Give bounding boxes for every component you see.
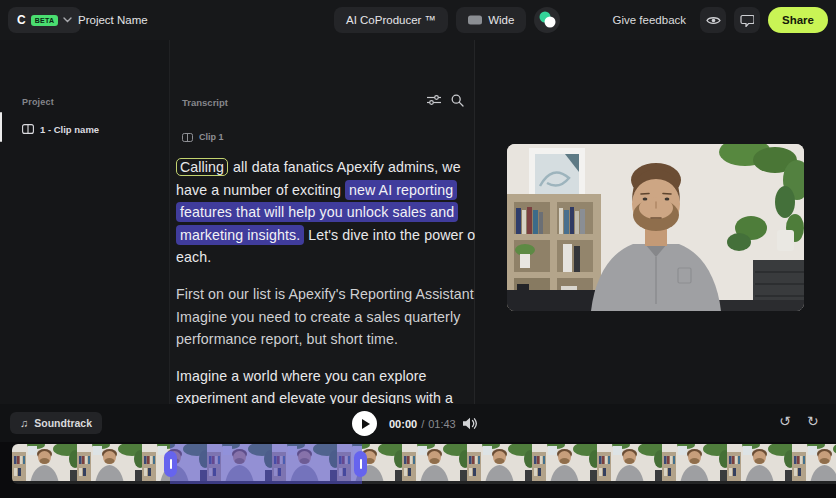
topbar-right-group: Give feedback Share	[613, 7, 828, 33]
current-time: 00:00	[389, 418, 417, 430]
preview-panel	[475, 40, 836, 404]
search-icon[interactable]	[451, 94, 464, 107]
beta-badge: BETA	[31, 15, 59, 26]
ai-coproducer-label: AI CoProducer ™	[346, 14, 436, 26]
main-area: Project 1 - Clip name Transcript	[0, 40, 836, 404]
speaker-icon	[463, 417, 478, 430]
ai-coproducer-button[interactable]: AI CoProducer ™	[334, 7, 448, 33]
clip-heading[interactable]: Clip 1	[182, 132, 224, 142]
project-sidebar: Project 1 - Clip name	[0, 40, 170, 404]
transcript-toolbar	[427, 94, 464, 107]
filmstrip-thumbnails	[12, 444, 836, 484]
project-title[interactable]: Project Name	[78, 14, 148, 26]
timeline-section	[0, 442, 836, 498]
comment-bubble-icon	[740, 14, 754, 27]
share-button[interactable]: Share	[768, 7, 828, 33]
redo-button[interactable]: ↻	[807, 413, 819, 429]
top-bar: C BETA Project Name AI CoProducer ™ Wide…	[0, 0, 836, 40]
color-circles-icon	[534, 7, 560, 33]
topbar-center-group: AI CoProducer ™ Wide	[334, 7, 560, 33]
clip-heading-label: Clip 1	[199, 132, 224, 142]
project-section-label: Project	[22, 97, 54, 107]
aspect-ratio-button[interactable]: Wide	[456, 7, 526, 33]
share-label: Share	[782, 14, 814, 26]
p3-line-1: Imagine a world where you can explore	[176, 365, 480, 388]
active-clip-indicator	[0, 112, 2, 142]
transcript-paragraph-1[interactable]: Calling all data fanatics Apexify admins…	[176, 156, 480, 269]
presenter-scene	[507, 144, 804, 311]
comments-button[interactable]	[734, 7, 760, 33]
selection-end-handle[interactable]	[354, 451, 367, 477]
app-window: C BETA Project Name AI CoProducer ™ Wide…	[0, 0, 836, 498]
app-logo-menu[interactable]: C BETA	[8, 7, 81, 33]
play-icon	[362, 419, 370, 429]
transcript-panel: Transcript Clip 1	[170, 40, 475, 404]
give-feedback-link[interactable]: Give feedback	[613, 14, 687, 26]
wide-aspect-icon	[468, 15, 482, 25]
total-time: 01:43	[428, 418, 456, 430]
video-preview[interactable]	[507, 144, 804, 311]
timeline-selection-region[interactable]	[170, 444, 362, 484]
clip-icon	[22, 124, 34, 134]
transcript-panel-label: Transcript	[182, 97, 228, 108]
undo-button[interactable]: ↺	[779, 413, 791, 429]
time-separator: /	[421, 418, 424, 430]
aspect-label: Wide	[488, 14, 514, 26]
eye-icon	[706, 15, 721, 26]
timeline-filmstrip[interactable]	[12, 444, 836, 484]
soundtrack-label: Soundtrack	[34, 417, 92, 429]
selected-word[interactable]: Calling	[176, 158, 228, 176]
filter-sliders-icon[interactable]	[427, 94, 441, 106]
play-button[interactable]	[352, 411, 377, 436]
player-bar: ♫ Soundtrack 00:00 / 01:43 ↺ ↻	[0, 404, 836, 442]
time-display: 00:00 / 01:43	[389, 418, 456, 430]
clip-icon	[182, 133, 193, 142]
soundtrack-button[interactable]: ♫ Soundtrack	[10, 412, 102, 434]
sidebar-item-clip[interactable]: 1 - Clip name	[10, 118, 160, 140]
transcript-paragraph-2[interactable]: First on our list is Apexify's Reporting…	[176, 283, 480, 351]
music-note-icon: ♫	[20, 417, 28, 429]
logo-letter: C	[17, 13, 26, 27]
chevron-down-icon	[63, 17, 72, 23]
selection-start-handle[interactable]	[164, 451, 177, 477]
transcript-text: Calling all data fanatics Apexify admins…	[176, 156, 480, 447]
sidebar-item-label: 1 - Clip name	[40, 124, 99, 135]
preview-visibility-button[interactable]	[700, 7, 726, 33]
volume-button[interactable]	[463, 416, 478, 434]
theme-color-button[interactable]	[534, 7, 560, 33]
